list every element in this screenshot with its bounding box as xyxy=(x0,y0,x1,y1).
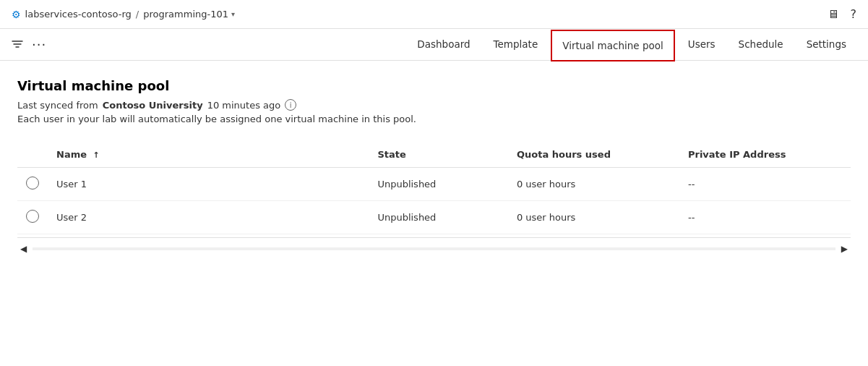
table-header-row: Name ↑ State Quota hours used Private IP… xyxy=(17,142,851,168)
resource-group-icon: ⚙ xyxy=(12,9,21,20)
row-checkbox-1[interactable] xyxy=(17,201,48,234)
row-state-1: Unpublished xyxy=(369,201,508,234)
toolbar: ··· Dashboard Template Virtual machine p… xyxy=(0,29,868,61)
scroll-right-icon[interactable]: ▶ xyxy=(838,244,851,254)
sort-asc-icon: ↑ xyxy=(93,150,100,160)
tab-schedule[interactable]: Schedule xyxy=(729,29,794,61)
monitor-icon[interactable]: 🖥 xyxy=(828,7,839,21)
table-row: User 2 Unpublished 0 user hours -- xyxy=(17,201,851,234)
help-icon[interactable]: ? xyxy=(851,7,857,21)
more-options-icon[interactable]: ··· xyxy=(32,37,46,52)
vm-table: Name ↑ State Quota hours used Private IP… xyxy=(17,142,851,234)
tab-dashboard[interactable]: Dashboard xyxy=(407,29,480,61)
sync-university: Contoso University xyxy=(103,100,203,111)
col-header-state[interactable]: State xyxy=(369,142,508,168)
table-body: User 1 Unpublished 0 user hours -- User … xyxy=(17,168,851,234)
row-state-0: Unpublished xyxy=(369,168,508,201)
tab-settings[interactable]: Settings xyxy=(796,29,856,61)
row-quota-1: 0 user hours xyxy=(508,201,679,234)
table-row: User 1 Unpublished 0 user hours -- xyxy=(17,168,851,201)
chevron-down-icon: ▾ xyxy=(231,10,235,18)
row-name-0: User 1 xyxy=(48,168,369,201)
scroll-track[interactable] xyxy=(33,247,835,250)
sync-info: Last synced from Contoso University 10 m… xyxy=(17,99,851,111)
row-ip-0: -- xyxy=(679,168,851,201)
radio-circle-1[interactable] xyxy=(26,210,39,223)
sync-text-suffix: 10 minutes ago xyxy=(207,100,281,111)
tab-users[interactable]: Users xyxy=(678,29,726,61)
page-title: Virtual machine pool xyxy=(17,78,851,93)
nav-tabs: Dashboard Template Virtual machine pool … xyxy=(407,29,856,61)
main-content: Virtual machine pool Last synced from Co… xyxy=(0,61,868,366)
col-header-name[interactable]: Name ↑ xyxy=(48,142,369,168)
col-header-quota[interactable]: Quota hours used xyxy=(508,142,679,168)
toolbar-left: ··· xyxy=(12,37,46,52)
col-header-ip[interactable]: Private IP Address xyxy=(679,142,851,168)
sync-info-icon[interactable]: i xyxy=(285,99,296,111)
sync-text-prefix: Last synced from xyxy=(17,100,98,111)
row-checkbox-0[interactable] xyxy=(17,168,48,201)
top-bar-actions: 🖥 ? xyxy=(828,7,857,21)
tab-vm-pool[interactable]: Virtual machine pool xyxy=(551,30,675,61)
top-bar: ⚙ labservices-contoso-rg / programming-1… xyxy=(0,0,868,29)
lab-name: programming-101 xyxy=(143,9,228,20)
sub-info-text: Each user in your lab will automatically… xyxy=(17,114,851,124)
horizontal-scrollbar[interactable]: ◀ ▶ xyxy=(17,237,851,260)
vm-table-container: Name ↑ State Quota hours used Private IP… xyxy=(17,142,851,234)
lab-breadcrumb[interactable]: programming-101 ▾ xyxy=(143,9,235,20)
breadcrumb: ⚙ labservices-contoso-rg / programming-1… xyxy=(12,9,235,20)
row-name-1: User 2 xyxy=(48,201,369,234)
scroll-left-icon[interactable]: ◀ xyxy=(17,244,30,254)
filter-icon[interactable] xyxy=(12,39,23,51)
breadcrumb-separator: / xyxy=(136,9,139,20)
col-header-checkbox xyxy=(17,142,48,168)
radio-circle-0[interactable] xyxy=(26,176,39,190)
resource-group-label[interactable]: labservices-contoso-rg xyxy=(25,9,132,20)
tab-template[interactable]: Template xyxy=(484,29,549,61)
row-ip-1: -- xyxy=(679,201,851,234)
row-quota-0: 0 user hours xyxy=(508,168,679,201)
